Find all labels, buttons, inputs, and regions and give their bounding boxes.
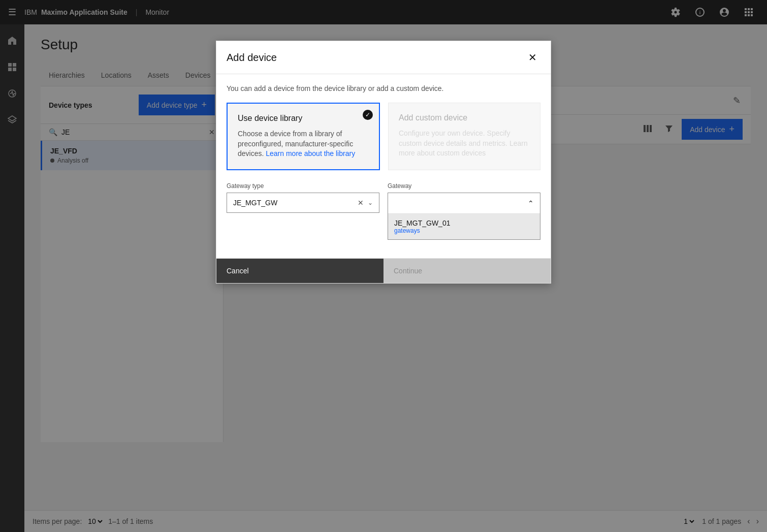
modal-close-button[interactable]: ✕ (524, 49, 540, 66)
modal-footer: Cancel Continue (216, 258, 551, 283)
add-device-modal: Add device ✕ You can add a device from t… (216, 41, 551, 284)
gateway-type-select-wrapper: JE_MGT_GW ✕ ⌄ (227, 193, 379, 213)
gateway-dropdown: ⌃ JE_MGT_GW_01 gateways (388, 193, 540, 240)
continue-button: Continue (384, 259, 551, 283)
modal-header: Add device ✕ (216, 41, 551, 74)
gateway-dropdown-header[interactable]: ⌃ (388, 193, 540, 213)
cancel-button[interactable]: Cancel (216, 259, 384, 283)
form-row: Gateway type JE_MGT_GW ✕ ⌄ Gateway ⌃ (227, 182, 540, 240)
gateway-option-name: JE_MGT_GW_01 (394, 219, 534, 227)
modal-title: Add device (227, 52, 277, 64)
modal-body: You can add a device from the device lib… (216, 74, 551, 258)
gateway-label: Gateway (388, 182, 540, 190)
modal-overlay: Add device ✕ You can add a device from t… (0, 0, 767, 532)
gateway-option-sub: gateways (394, 227, 534, 234)
gateway-chevron-up-icon: ⌃ (528, 199, 534, 207)
gateway-dropdown-list: JE_MGT_GW_01 gateways (388, 213, 540, 239)
gateway-type-clear[interactable]: ✕ (358, 199, 364, 207)
gateway-type-chevron: ⌄ (368, 199, 373, 206)
gateway-type-group: Gateway type JE_MGT_GW ✕ ⌄ (227, 182, 379, 240)
library-link[interactable]: Learn more about the library (266, 149, 355, 158)
option-custom: Add custom device Configure your own dev… (388, 103, 540, 170)
option-library[interactable]: ✓ Use device library Choose a device fro… (227, 103, 380, 170)
gateway-option[interactable]: JE_MGT_GW_01 gateways (388, 214, 540, 239)
option-custom-text: Configure your own device. Specify custo… (399, 129, 530, 159)
option-custom-title: Add custom device (399, 113, 530, 122)
option-library-text: Choose a device from a library of precon… (238, 129, 369, 159)
gateway-group: Gateway ⌃ JE_MGT_GW_01 gateways (388, 182, 540, 240)
option-library-title: Use device library (238, 114, 369, 123)
modal-options: ✓ Use device library Choose a device fro… (227, 103, 540, 170)
gateway-type-label: Gateway type (227, 182, 379, 190)
selected-check-icon: ✓ (363, 110, 373, 120)
modal-description: You can add a device from the device lib… (227, 84, 540, 92)
gateway-type-value: JE_MGT_GW (233, 199, 358, 207)
